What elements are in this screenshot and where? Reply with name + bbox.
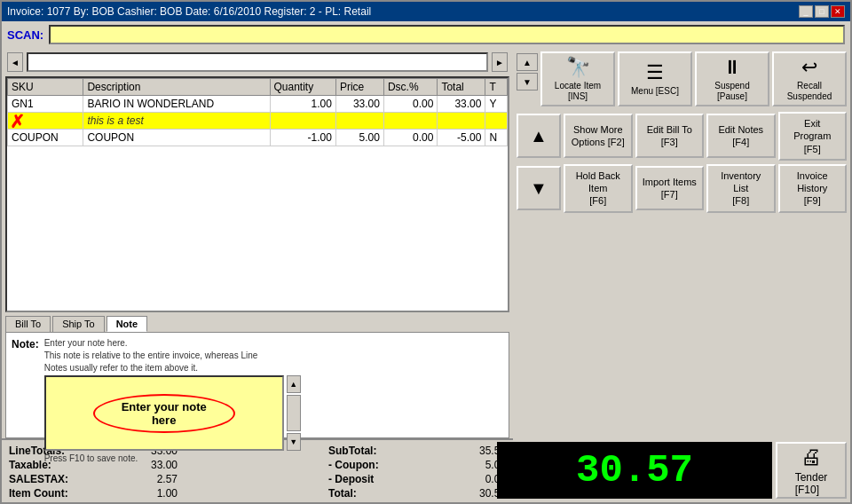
cell-desc: BARIO IN WONDERLAND: [83, 96, 270, 113]
edit-notes-button[interactable]: Edit Notes [F4]: [706, 114, 776, 158]
window-title: Invoice: 1077 By: BOB Cashier: BOB Date:…: [7, 5, 371, 18]
show-more-options-button[interactable]: Show MoreOptions [F2]: [564, 114, 633, 158]
invoice-history-button[interactable]: Invoice History[F9]: [778, 164, 848, 213]
note-hint2: This note is relative to the entire invo…: [44, 350, 503, 360]
inventory-list-button[interactable]: Inventory List[F8]: [706, 164, 776, 213]
cell-qty: 1.00: [270, 96, 335, 113]
cell-desc: COUPON: [83, 130, 270, 146]
cell-qty: -1.00: [270, 130, 335, 146]
total-display: 30.57: [497, 442, 772, 499]
deposit-value: 0.00: [435, 473, 506, 485]
cell-t: Y: [485, 96, 508, 113]
cell-desc-note: this is a test: [83, 113, 270, 130]
edit-bill-to-button[interactable]: Edit Bill To [F3]: [635, 114, 705, 158]
recall-icon: ↩: [801, 56, 817, 79]
nav-input[interactable]: [27, 52, 488, 72]
nav-row: ◄ ►: [2, 48, 513, 76]
item-count-label: Item Count:: [9, 487, 106, 500]
toolbar-scroll-up[interactable]: ▲: [517, 53, 538, 71]
note-hint1: Enter your note here.: [44, 338, 503, 348]
salestax-value: 2.57: [106, 473, 178, 485]
menu-button[interactable]: ☰ Menu [ESC]: [618, 51, 692, 106]
cell-sku: GN1: [8, 96, 83, 113]
col-header-t: T: [485, 79, 508, 96]
table-row[interactable]: GN1 BARIO IN WONDERLAND 1.00 33.00 0.00 …: [8, 96, 508, 113]
cell-price: 5.00: [335, 130, 383, 146]
minimize-button[interactable]: _: [799, 5, 813, 18]
col-header-desc: Description: [83, 79, 270, 96]
close-button[interactable]: ✕: [831, 5, 845, 18]
press-note-hint: Press F10 to save note.: [44, 453, 503, 463]
col-header-dsc: Dsc.%: [383, 79, 437, 96]
note-scroll-up[interactable]: ▲: [287, 375, 301, 393]
up-arrow-button[interactable]: ▲: [517, 114, 561, 158]
table-row[interactable]: ✗ this is a test: [8, 113, 508, 130]
note-editor: Enter your note here. This note is relat…: [44, 338, 503, 432]
note-hint3: Notes usually refer to the item above it…: [44, 363, 503, 373]
cell-t: N: [485, 130, 508, 146]
suspend-button[interactable]: ⏸ Suspend[Pause]: [695, 51, 769, 106]
cell-price: 33.00: [335, 96, 383, 113]
tab-note[interactable]: Note: [106, 316, 147, 332]
locate-item-button[interactable]: 🔭 Locate Item[INS]: [540, 51, 615, 106]
note-label: Note:: [12, 338, 39, 432]
nav-next-button[interactable]: ►: [492, 52, 508, 72]
error-icon: ✗: [10, 111, 25, 132]
salestax-label: SALESTAX:: [9, 473, 106, 485]
scan-bar: SCAN:: [2, 21, 850, 48]
table-row[interactable]: COUPON COUPON -1.00 5.00 0.00 -5.00 N: [8, 130, 508, 146]
tender-icon: 🖨: [801, 445, 822, 469]
col-header-price: Price: [335, 79, 383, 96]
cell-sku-error: ✗: [8, 113, 83, 130]
nav-prev-button[interactable]: ◄: [7, 52, 23, 72]
cell-total: -5.00: [438, 130, 485, 146]
import-items-button[interactable]: Import Items [F7]: [635, 166, 705, 210]
suspend-icon: ⏸: [722, 56, 742, 79]
menu-icon: ☰: [646, 61, 664, 84]
down-arrow-button[interactable]: ▼: [517, 166, 561, 210]
maximize-button[interactable]: □: [815, 5, 829, 18]
tab-ship-to[interactable]: Ship To: [52, 316, 105, 332]
col-header-sku: SKU: [8, 79, 83, 96]
cell-dsc: 0.00: [383, 130, 437, 146]
invoice-table: SKU Description Quantity Price Dsc.% Tot…: [5, 76, 509, 312]
tabs-area: Bill To Ship To Note Note: Enter your no…: [5, 316, 509, 438]
locate-item-icon: 🔭: [566, 56, 590, 79]
deposit-label: - Deposit: [328, 473, 435, 485]
recall-suspended-button[interactable]: ↩ RecallSuspended: [772, 51, 847, 106]
total-value: 30.57: [435, 487, 506, 500]
total-label: Total:: [328, 487, 435, 500]
cell-total: 33.00: [438, 96, 485, 113]
item-count-value: 1.00: [106, 487, 178, 500]
tender-button[interactable]: 🖨 Tender[F10]: [776, 442, 847, 499]
note-scroll-down[interactable]: ▼: [287, 433, 301, 451]
scan-label: SCAN:: [7, 28, 43, 42]
toolbar-scroll-down[interactable]: ▼: [517, 73, 538, 91]
exit-program-button[interactable]: Exit Program[F5]: [778, 112, 848, 161]
tender-label: Tender[F10]: [795, 471, 828, 496]
note-textarea-wrapper: Enter your notehere: [44, 375, 284, 451]
col-header-qty: Quantity: [270, 79, 335, 96]
scan-input[interactable]: [49, 25, 845, 44]
col-header-total: Total: [438, 79, 485, 96]
tab-bill-to[interactable]: Bill To: [5, 316, 51, 332]
note-textarea[interactable]: [46, 377, 282, 449]
title-bar: Invoice: 1077 By: BOB Cashier: BOB Date:…: [2, 2, 850, 21]
cell-dsc: 0.00: [383, 96, 437, 113]
hold-back-item-button[interactable]: Hold Back Item[F6]: [564, 164, 633, 213]
